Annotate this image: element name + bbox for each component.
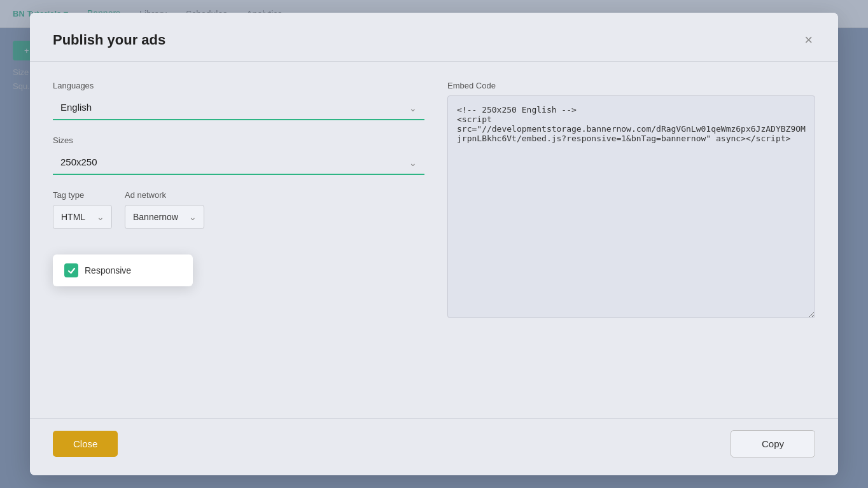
embed-code-label: Embed Code xyxy=(447,81,815,90)
right-panel: Embed Code xyxy=(447,81,815,399)
languages-select[interactable]: English xyxy=(53,95,424,120)
tag-type-field: Tag type HTML ⌄ xyxy=(53,190,112,244)
modal-close-button[interactable]: × xyxy=(802,31,815,50)
sizes-select[interactable]: 250x250 xyxy=(53,150,424,175)
tag-type-label: Tag type xyxy=(53,190,112,200)
languages-select-wrapper: English ⌄ xyxy=(53,95,424,120)
modal-header: Publish your ads × xyxy=(30,13,838,62)
publish-modal: Publish your ads × Languages English ⌄ xyxy=(30,13,838,475)
sizes-select-wrapper: 250x250 ⌄ xyxy=(53,150,424,175)
tag-type-select[interactable]: HTML xyxy=(53,205,112,229)
ad-network-label: Ad network xyxy=(125,190,204,200)
languages-field: Languages English ⌄ xyxy=(53,81,424,120)
copy-button[interactable]: Copy xyxy=(731,430,815,457)
modal-title: Publish your ads xyxy=(53,32,165,48)
left-panel: Languages English ⌄ Sizes 250x250 xyxy=(53,81,447,399)
sizes-field: Sizes 250x250 ⌄ xyxy=(53,136,424,175)
responsive-label: Responsive xyxy=(85,265,131,275)
ad-network-field: Ad network Bannernow ⌄ xyxy=(125,190,204,244)
modal-footer: Close Copy xyxy=(30,418,838,475)
sizes-label: Sizes xyxy=(53,136,424,145)
embed-code-textarea[interactable] xyxy=(447,95,815,318)
modal-overlay: Publish your ads × Languages English ⌄ xyxy=(0,0,868,488)
tag-adnetwork-row: Tag type HTML ⌄ Ad network Bannerno xyxy=(53,190,424,244)
ad-network-select-wrapper: Bannernow ⌄ xyxy=(125,205,204,229)
tag-type-select-wrapper: HTML ⌄ xyxy=(53,205,112,229)
responsive-checkbox[interactable] xyxy=(64,263,78,277)
modal-body: Languages English ⌄ Sizes 250x250 xyxy=(30,62,838,418)
ad-network-select[interactable]: Bannernow xyxy=(125,205,204,229)
languages-label: Languages xyxy=(53,81,424,90)
responsive-tooltip: Responsive xyxy=(53,254,193,286)
close-button[interactable]: Close xyxy=(53,431,118,457)
